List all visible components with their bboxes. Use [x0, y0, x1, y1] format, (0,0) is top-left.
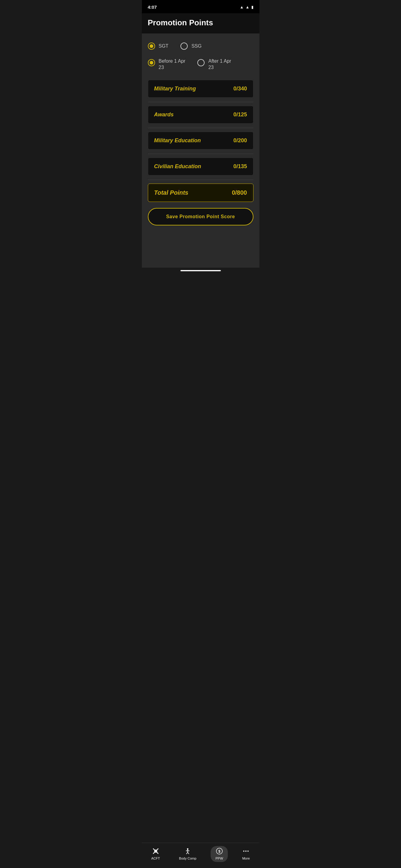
civilian-education-score: 0/135: [233, 163, 247, 170]
military-education-button[interactable]: Military Education 0/200: [148, 132, 254, 150]
rank-ssg-label: SSG: [191, 43, 202, 49]
rank-sgt-option[interactable]: SGT: [148, 42, 169, 50]
divider-1: [148, 102, 254, 102]
divider-4: [148, 180, 254, 180]
divider-2: [148, 128, 254, 128]
date-before-label: Before 1 Apr23: [159, 58, 185, 71]
military-training-label: Military Training: [154, 86, 196, 92]
awards-button[interactable]: Awards 0/125: [148, 106, 254, 124]
page-title: Promotion Points: [148, 18, 254, 27]
date-before-radio[interactable]: [148, 59, 155, 66]
rank-radio-group: SGT SSG: [148, 42, 254, 50]
save-button-label: Save Promotion Point Score: [166, 214, 235, 219]
date-before-option[interactable]: Before 1 Apr23: [148, 58, 185, 71]
rank-sgt-label: SGT: [159, 43, 169, 49]
awards-score: 0/125: [233, 112, 247, 118]
civilian-education-button[interactable]: Civilian Education 0/135: [148, 158, 254, 176]
divider-3: [148, 154, 254, 154]
military-training-score: 0/340: [233, 86, 247, 92]
rank-ssg-radio[interactable]: [180, 42, 188, 50]
main-content: SGT SSG Before 1 Apr23 After 1 Apr23 Mil…: [142, 33, 259, 268]
home-indicator: [180, 270, 221, 271]
total-points-label: Total Points: [154, 189, 189, 196]
rank-sgt-radio[interactable]: [148, 42, 155, 50]
battery-icon: ▮: [251, 5, 254, 9]
wifi-icon: ▲: [240, 5, 244, 9]
military-education-label: Military Education: [154, 137, 201, 144]
military-education-score: 0/200: [233, 137, 247, 144]
status-icons: ▲ ▲ ▮: [240, 5, 254, 9]
civilian-education-label: Civilian Education: [154, 163, 201, 170]
date-after-option[interactable]: After 1 Apr23: [197, 58, 231, 71]
date-after-radio[interactable]: [197, 59, 205, 66]
awards-label: Awards: [154, 112, 174, 118]
status-bar: 4:07 ▲ ▲ ▮: [142, 0, 259, 13]
status-time: 4:07: [148, 4, 157, 10]
signal-icon: ▲: [246, 5, 250, 9]
total-points-button[interactable]: Total Points 0/800: [148, 184, 254, 202]
date-after-label: After 1 Apr23: [208, 58, 231, 71]
date-radio-group: Before 1 Apr23 After 1 Apr23: [148, 58, 254, 71]
total-points-score: 0/800: [232, 189, 247, 196]
save-promotion-button[interactable]: Save Promotion Point Score: [148, 208, 254, 225]
military-training-button[interactable]: Military Training 0/340: [148, 80, 254, 98]
header: Promotion Points: [142, 13, 259, 33]
rank-ssg-option[interactable]: SSG: [180, 42, 202, 50]
